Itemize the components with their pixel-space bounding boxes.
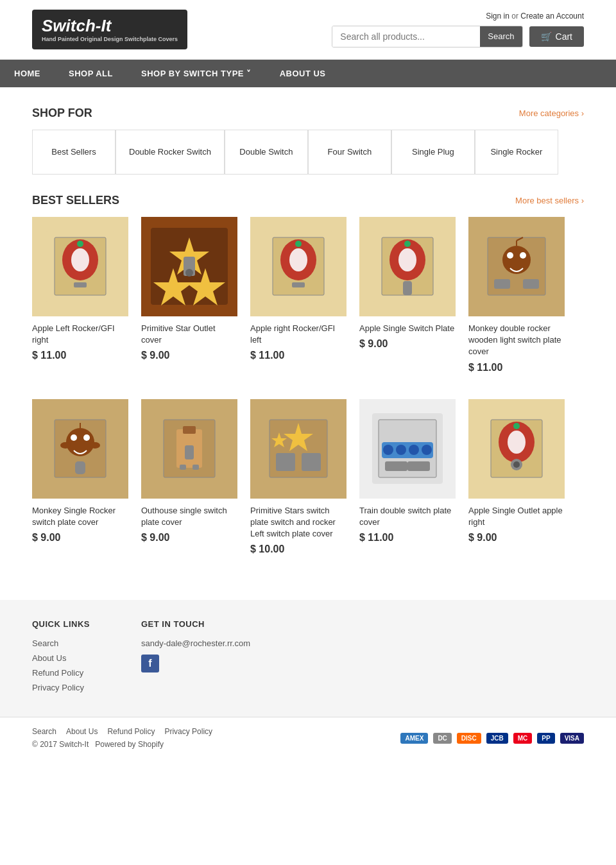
product-name: Monkey Single Rocker switch plate cover (32, 505, 128, 528)
svg-rect-45 (183, 426, 196, 434)
footer-bottom: Search About Us Refund Policy Privacy Po… (0, 717, 616, 758)
nav-shop-all[interactable]: SHOP ALL (55, 60, 127, 87)
best-sellers-title: BEST SELLERS (32, 194, 119, 207)
main-content: SHOP FOR More categories › Best Sellers … (0, 87, 616, 581)
product-image (359, 399, 456, 499)
product-illustration (257, 407, 340, 490)
nav-home[interactable]: HOME (0, 60, 55, 87)
shop-for-header: SHOP FOR More categories › (32, 107, 584, 120)
main-nav: HOME SHOP ALL SHOP BY SWITCH TYPE ˅ ABOU… (0, 60, 616, 87)
category-best-sellers[interactable]: Best Sellers (32, 130, 116, 175)
footer-bottom-search[interactable]: Search (32, 727, 56, 736)
product-image (250, 217, 346, 316)
svg-point-26 (502, 246, 531, 274)
product-name: Apple Single Outlet apple right (468, 505, 565, 528)
footer-bottom-refund[interactable]: Refund Policy (107, 727, 155, 736)
copyright-text: © 2017 Switch-It (32, 740, 89, 749)
product-card[interactable]: Outhouse single switch plate cover $ 9.0… (141, 399, 237, 556)
svg-point-61 (422, 445, 432, 455)
product-name: Apple Single Switch Plate (359, 323, 456, 334)
cart-button[interactable]: 🛒 Cart (529, 26, 584, 47)
product-card[interactable]: Apple Single Outlet apple right $ 9.00 (468, 399, 565, 556)
logo-subtitle: Hand Painted Original Design Switchplate… (42, 36, 178, 43)
svg-point-11 (185, 269, 193, 277)
category-four-switch[interactable]: Four Switch (308, 130, 391, 175)
product-image (359, 217, 456, 316)
product-illustration (148, 407, 231, 490)
svg-point-41 (90, 442, 100, 449)
product-name: Primitive Star Outlet cover (141, 323, 237, 346)
footer-bottom-left: Search About Us Refund Policy Privacy Po… (32, 727, 212, 749)
search-input[interactable] (332, 26, 480, 47)
svg-point-16 (295, 241, 302, 247)
svg-point-28 (520, 252, 526, 259)
footer-bottom-about[interactable]: About Us (66, 727, 98, 736)
nav-shop-by-switch-type[interactable]: SHOP BY SWITCH TYPE ˅ (127, 60, 266, 87)
header-right: Sign in or Create an Account Search 🛒 Ca… (332, 12, 584, 47)
footer-about-link[interactable]: About Us (32, 653, 90, 663)
svg-point-40 (60, 442, 71, 449)
product-card[interactable]: Apple right Rocker/GFI left $ 11.00 (250, 217, 346, 373)
product-image (141, 217, 237, 316)
powered-by-shopify[interactable]: Powered by Shopify (95, 740, 164, 749)
svg-point-3 (71, 248, 89, 271)
cart-label: Cart (556, 31, 572, 42)
svg-rect-5 (74, 282, 87, 287)
get-in-touch-section: GET IN TOUCH sandy-dale@rochester.rr.com… (141, 619, 250, 698)
footer-bottom-privacy[interactable]: Privacy Policy (164, 727, 212, 736)
copyright-area: © 2017 Switch-It Powered by Shopify (32, 740, 212, 749)
product-name: Apple Left Rocker/GFI right (32, 323, 128, 346)
payment-master: MC (513, 733, 533, 744)
search-bar: Search (332, 26, 522, 47)
cart-icon: 🛒 (541, 31, 552, 42)
footer-search-link[interactable]: Search (32, 638, 90, 648)
logo[interactable]: Switch-It Hand Painted Original Design S… (32, 10, 187, 49)
product-price: $ 9.00 (32, 532, 128, 544)
get-in-touch-title: GET IN TOUCH (141, 619, 250, 629)
category-single-rocker[interactable]: Single Rocker (475, 130, 558, 175)
best-sellers-header: BEST SELLERS More best sellers › (32, 194, 584, 207)
search-button[interactable]: Search (480, 26, 522, 47)
svg-point-37 (83, 434, 90, 441)
product-price: $ 11.00 (250, 350, 346, 361)
logo-area: Switch-It Hand Painted Original Design S… (32, 10, 187, 49)
product-card[interactable]: Primitive Stars switch plate switch and … (250, 399, 346, 556)
svg-point-60 (409, 445, 419, 455)
categories-row: Best Sellers Double Rocker Switch Double… (32, 130, 584, 175)
product-name: Primitive Stars switch plate switch and … (250, 505, 346, 540)
footer-refund-link[interactable]: Refund Policy (32, 668, 90, 678)
category-double-switch[interactable]: Double Switch (225, 130, 308, 175)
header: Switch-It Hand Painted Original Design S… (0, 0, 616, 60)
svg-point-36 (71, 434, 77, 441)
svg-point-15 (289, 248, 307, 271)
facebook-icon[interactable]: f (141, 655, 159, 672)
product-price: $ 10.00 (250, 544, 346, 555)
payment-visa: VISA (560, 733, 584, 744)
product-card[interactable]: Primitive Star Outlet cover $ 9.00 (141, 217, 237, 373)
signin-link[interactable]: Sign in (486, 12, 509, 21)
product-card[interactable]: Apple Single Switch Plate $ 9.00 (359, 217, 456, 373)
product-card[interactable]: Monkey Single Rocker switch plate cover … (32, 399, 128, 556)
svg-point-67 (508, 431, 526, 454)
footer-privacy-link[interactable]: Privacy Policy (32, 683, 90, 692)
more-best-sellers-link[interactable]: More best sellers › (515, 196, 584, 205)
product-card[interactable]: Monkey double rocker wooden light switch… (468, 217, 565, 373)
contact-email: sandy-dale@rochester.rr.com (141, 638, 250, 648)
shop-for-title: SHOP FOR (32, 107, 92, 120)
category-double-rocker-switch[interactable]: Double Rocker Switch (116, 130, 225, 175)
svg-point-58 (383, 445, 393, 455)
product-price: $ 11.00 (32, 350, 128, 361)
more-categories-link[interactable]: More categories › (519, 108, 584, 118)
product-card[interactable]: Train double switch plate cover $ 11.00 (359, 399, 456, 556)
product-card[interactable]: Apple Left Rocker/GFI right $ 11.00 (32, 217, 128, 373)
svg-point-22 (404, 241, 411, 247)
nav-about-us[interactable]: ABOUT US (266, 60, 340, 87)
product-illustration (366, 225, 449, 308)
product-name: Apple right Rocker/GFI left (250, 323, 346, 346)
svg-point-21 (398, 248, 416, 271)
category-single-plug[interactable]: Single Plug (391, 130, 475, 175)
create-account-link[interactable]: Create an Account (520, 12, 584, 21)
logo-text: Switch-It (42, 16, 178, 36)
search-cart-area: Search 🛒 Cart (332, 26, 584, 47)
footer-top: QUICK LINKS Search About Us Refund Polic… (0, 600, 616, 717)
